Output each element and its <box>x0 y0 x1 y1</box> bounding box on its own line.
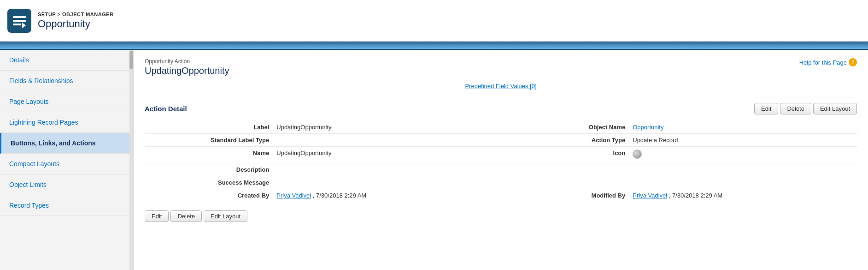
empty-value-2 <box>629 176 857 189</box>
section-title: Action Detail <box>145 105 754 113</box>
modified-by-value: Priya Vadivel , 7/30/2018 2:29 AM <box>629 189 857 202</box>
name-field-value: UpdatingOpportunity <box>273 147 501 163</box>
svg-rect-1 <box>13 20 26 22</box>
edit-button-top[interactable]: Edit <box>754 103 778 114</box>
object-name-field-key: Object Name <box>501 121 629 134</box>
name-row: Name UpdatingOpportunity Icon <box>145 147 857 163</box>
edit-layout-button-top[interactable]: Edit Layout <box>813 103 857 114</box>
main-container: Details Fields & Relationships Page Layo… <box>0 50 868 270</box>
action-title: UpdatingOpportunity <box>145 66 857 76</box>
standard-label-type-value <box>273 134 501 147</box>
sidebar-item-record-types[interactable]: Record Types <box>0 195 133 216</box>
standard-label-type-key: Standard Label Type <box>145 134 273 147</box>
label-field-key: Label <box>145 121 273 134</box>
sidebar-item-fields-relationships[interactable]: Fields & Relationships <box>0 71 133 91</box>
icon-field-key: Icon <box>501 147 629 163</box>
success-message-key: Success Message <box>145 176 273 189</box>
object-name-link[interactable]: Opportunity <box>633 124 663 131</box>
empty-value-1 <box>629 163 857 176</box>
predefined-field-values: Predefined Field Values [0] <box>145 83 857 90</box>
created-by-key: Created By <box>145 189 273 202</box>
delete-button-bottom[interactable]: Delete <box>170 210 202 222</box>
name-field-key: Name <box>145 147 273 163</box>
label-row: Label UpdatingOpportunity Object Name Op… <box>145 121 857 134</box>
sidebar-item-object-limits[interactable]: Object Limits <box>0 174 133 195</box>
action-buttons-bottom: Edit Delete Edit Layout <box>145 210 857 222</box>
description-value <box>273 163 501 176</box>
label-field-value: UpdatingOpportunity <box>273 121 501 134</box>
empty-key-1 <box>501 163 629 176</box>
sidebar-scroll-thumb[interactable] <box>129 51 133 69</box>
help-link-label: Help for this Page <box>799 59 847 66</box>
breadcrumb: SETUP > OBJECT MANAGER <box>38 12 114 17</box>
sidebar-scrollbar[interactable] <box>129 50 133 270</box>
svg-marker-3 <box>22 23 26 28</box>
sidebar-item-details[interactable]: Details <box>0 50 133 71</box>
action-type-value: Update a Record <box>629 134 857 147</box>
header-text: SETUP > OBJECT MANAGER Opportunity <box>38 12 114 30</box>
action-buttons-top: Edit Delete Edit Layout <box>754 103 857 114</box>
app-icon <box>7 9 31 33</box>
icon-field-value <box>629 147 857 163</box>
description-row: Description <box>145 163 857 176</box>
created-by-link[interactable]: Priya Vadivel <box>276 192 311 199</box>
action-label: Opportunity Action <box>145 58 857 65</box>
modified-by-key: Modified By <box>501 189 629 202</box>
sidebar-item-page-layouts[interactable]: Page Layouts <box>0 91 133 112</box>
delete-button-top[interactable]: Delete <box>780 103 811 114</box>
main-content: Help for this Page ? Opportunity Action … <box>134 50 868 270</box>
predefined-field-values-link[interactable]: Predefined Field Values [0] <box>465 83 536 90</box>
sidebar-item-lightning-record-pages[interactable]: Lightning Record Pages <box>0 112 133 133</box>
modified-by-link[interactable]: Priya Vadivel <box>633 192 667 199</box>
edit-button-bottom[interactable]: Edit <box>145 210 169 222</box>
empty-key-2 <box>501 176 629 189</box>
sidebar-item-buttons-links-actions[interactable]: Buttons, Links, and Actions <box>0 133 133 154</box>
page-title: Opportunity <box>38 18 114 30</box>
detail-table: Label UpdatingOpportunity Object Name Op… <box>145 121 857 202</box>
object-name-field-value: Opportunity <box>629 121 857 134</box>
page-header: SETUP > OBJECT MANAGER Opportunity <box>0 0 868 42</box>
sidebar: Details Fields & Relationships Page Layo… <box>0 50 134 270</box>
created-by-value: Priya Vadivel , 7/30/2018 2:29 AM <box>273 189 501 202</box>
action-type-key: Action Type <box>501 134 629 147</box>
created-modified-row: Created By Priya Vadivel , 7/30/2018 2:2… <box>145 189 857 202</box>
svg-rect-2 <box>13 24 21 25</box>
svg-rect-0 <box>13 16 26 18</box>
modified-by-date: , 7/30/2018 2:29 AM <box>669 192 722 199</box>
description-key: Description <box>145 163 273 176</box>
edit-layout-button-bottom[interactable]: Edit Layout <box>204 210 247 222</box>
sidebar-item-compact-layouts[interactable]: Compact Layouts <box>0 154 133 174</box>
help-icon: ? <box>849 58 857 66</box>
success-message-row: Success Message <box>145 176 857 189</box>
created-by-date: , 7/30/2018 2:29 AM <box>313 192 366 199</box>
action-detail-section-header: Action Detail Edit Delete Edit Layout <box>145 98 857 114</box>
action-icon <box>633 150 642 159</box>
success-message-value <box>273 176 501 189</box>
help-link[interactable]: Help for this Page ? <box>799 58 857 66</box>
decorative-stripe <box>0 42 868 50</box>
standard-label-type-row: Standard Label Type Action Type Update a… <box>145 134 857 147</box>
